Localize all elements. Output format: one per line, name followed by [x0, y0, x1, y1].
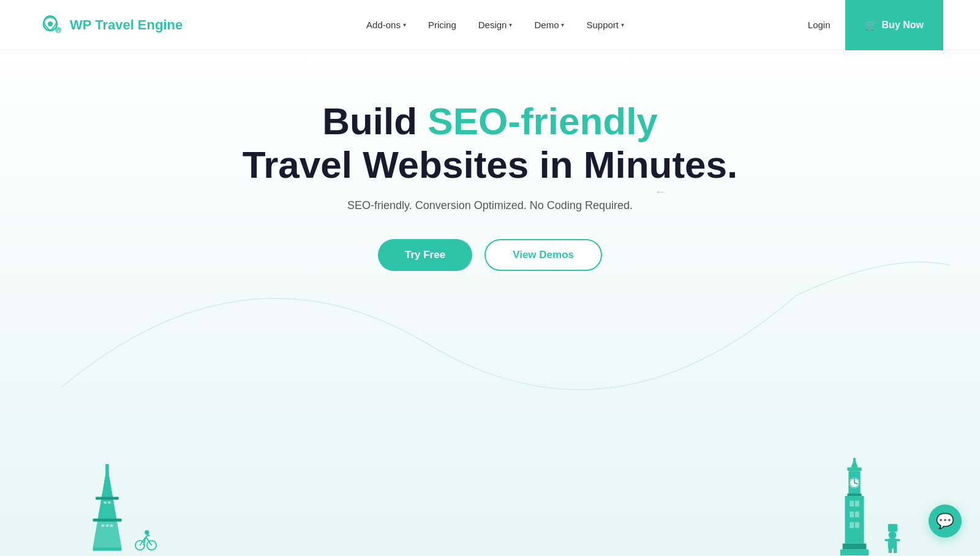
svg-rect-49	[896, 539, 900, 541]
nav-link-demo[interactable]: Demo ▾	[534, 20, 564, 30]
svg-rect-37	[850, 511, 854, 517]
svg-rect-7	[93, 547, 122, 551]
navbar: ✓ WP Travel Engine Add-ons ▾ Pricing Des…	[0, 0, 980, 50]
guard-icon	[879, 523, 907, 554]
svg-rect-48	[884, 539, 888, 541]
svg-rect-43	[888, 524, 897, 532]
big-ben-icon	[836, 458, 873, 556]
nav-link-support[interactable]: Support ▾	[586, 20, 624, 30]
cyclist-icon	[134, 527, 158, 551]
chat-button[interactable]: 💬	[929, 505, 962, 538]
nav-right: Login 🛒 Buy Now	[808, 0, 943, 50]
logo-text: WP Travel Engine	[70, 17, 183, 33]
svg-rect-15	[106, 524, 109, 527]
hero-section: ← Build SEO-friendly Travel Websites in …	[0, 50, 980, 556]
svg-rect-41	[843, 544, 867, 550]
svg-point-44	[889, 531, 897, 539]
svg-point-1	[48, 21, 53, 26]
hero-subtitle: SEO-friendly. Conversion Optimized. No C…	[347, 199, 633, 212]
logo-link[interactable]: ✓ WP Travel Engine	[37, 12, 183, 39]
svg-rect-45	[888, 538, 897, 548]
svg-rect-38	[855, 511, 859, 517]
nav-link-design[interactable]: Design ▾	[478, 20, 513, 30]
svg-rect-36	[855, 501, 859, 507]
nav-item-demo[interactable]: Demo ▾	[534, 20, 564, 30]
svg-rect-13	[108, 501, 111, 504]
svg-rect-16	[110, 524, 113, 527]
view-demos-button[interactable]: View Demos	[484, 239, 602, 271]
chevron-down-icon: ▾	[561, 21, 564, 28]
chevron-down-icon: ▾	[509, 21, 512, 28]
svg-marker-26	[851, 458, 858, 468]
svg-rect-12	[104, 501, 107, 504]
svg-rect-27	[847, 468, 861, 471]
nav-item-support[interactable]: Support ▾	[586, 20, 624, 30]
chevron-down-icon: ▾	[621, 21, 624, 28]
login-link[interactable]: Login	[808, 20, 831, 30]
svg-rect-14	[102, 524, 105, 527]
hero-title: Build SEO-friendly Travel Websites in Mi…	[243, 99, 738, 187]
svg-rect-35	[850, 501, 854, 507]
nav-item-design[interactable]: Design ▾	[478, 20, 513, 30]
left-illustration	[86, 464, 158, 556]
eiffel-tower-icon	[86, 464, 129, 556]
svg-point-18	[147, 541, 156, 550]
nav-item-pricing[interactable]: Pricing	[428, 20, 456, 30]
nav-link-pricing[interactable]: Pricing	[428, 20, 456, 30]
right-illustration	[836, 458, 907, 556]
buy-now-button[interactable]: 🛒 Buy Now	[845, 0, 943, 50]
svg-rect-9	[93, 519, 122, 522]
svg-rect-33	[847, 493, 861, 496]
logo-icon: ✓	[37, 12, 64, 39]
svg-point-24	[145, 530, 149, 535]
cart-icon: 🛒	[865, 19, 877, 31]
svg-rect-42	[840, 549, 869, 555]
svg-rect-39	[850, 522, 854, 528]
svg-point-17	[135, 541, 145, 550]
svg-text:✓: ✓	[57, 29, 60, 32]
nav-item-addons[interactable]: Add-ons ▾	[366, 20, 406, 30]
chevron-down-icon: ▾	[403, 21, 406, 28]
svg-rect-46	[889, 548, 892, 553]
nav-link-addons[interactable]: Add-ons ▾	[366, 20, 406, 30]
chat-icon: 💬	[936, 512, 954, 530]
svg-rect-8	[96, 497, 119, 500]
svg-rect-40	[855, 522, 859, 528]
hero-buttons: Try Free View Demos	[378, 239, 602, 271]
nav-links: Add-ons ▾ Pricing Design ▾ Demo ▾ Suppor…	[366, 20, 624, 30]
try-free-button[interactable]: Try Free	[378, 239, 472, 271]
svg-marker-6	[93, 465, 122, 547]
svg-rect-34	[845, 496, 864, 544]
svg-rect-47	[894, 548, 897, 553]
